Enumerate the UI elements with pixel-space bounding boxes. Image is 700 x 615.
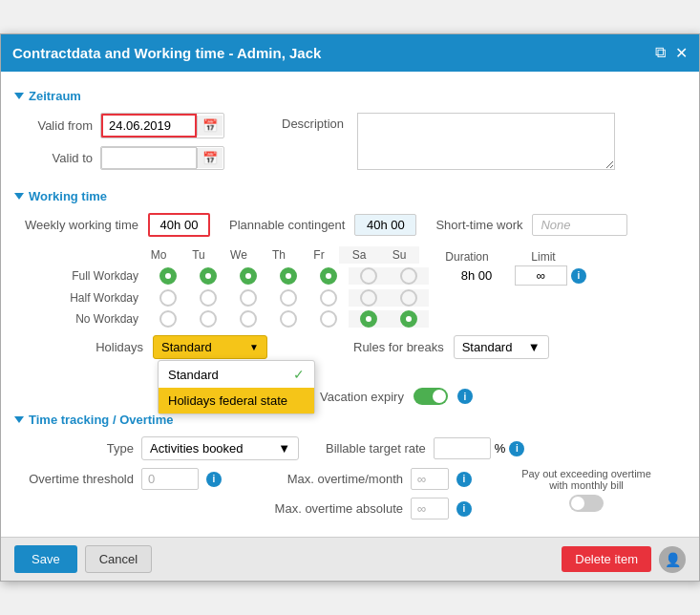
- radio-half-th[interactable]: [280, 289, 297, 307]
- none-fr[interactable]: [308, 310, 349, 328]
- save-button[interactable]: Save: [14, 545, 77, 573]
- radio-none-th[interactable]: [280, 310, 297, 328]
- day-tu: Tu: [179, 246, 219, 264]
- full-fr[interactable]: [308, 267, 349, 285]
- half-su[interactable]: [389, 289, 429, 307]
- payout-toggle-wrap: [569, 495, 604, 512]
- radio-none-we[interactable]: [240, 310, 257, 328]
- half-th[interactable]: [268, 289, 308, 307]
- valid-to-input[interactable]: [101, 147, 197, 169]
- vacation-toggle[interactable]: [414, 388, 448, 405]
- short-time-input[interactable]: [532, 214, 627, 236]
- holidays-dropdown[interactable]: Standard ▼: [153, 335, 267, 359]
- none-we[interactable]: [228, 310, 268, 328]
- none-mo[interactable]: [148, 310, 188, 328]
- overtime-threshold-input[interactable]: [141, 468, 199, 490]
- valid-to-input-wrap[interactable]: 📅: [100, 146, 224, 170]
- full-sa[interactable]: [349, 267, 389, 285]
- none-tu[interactable]: [188, 310, 228, 328]
- restore-button[interactable]: ⧉: [655, 44, 666, 62]
- half-mo[interactable]: [148, 289, 188, 307]
- limit-header: Limit: [505, 250, 582, 264]
- radio-half-tu[interactable]: [200, 289, 217, 307]
- radio-full-sa[interactable]: [360, 267, 377, 285]
- holidays-option-federal-label: Holidays federal state: [168, 393, 287, 408]
- delete-button[interactable]: Delete item: [562, 546, 651, 572]
- short-time-label: Short-time work: [435, 218, 522, 232]
- valid-from-input-wrap[interactable]: 📅: [100, 113, 224, 138]
- radio-full-fr[interactable]: [320, 267, 337, 285]
- holidays-option-standard[interactable]: Standard ✓: [159, 361, 314, 388]
- radio-half-mo[interactable]: [159, 289, 177, 307]
- time-tracking-collapse-icon[interactable]: [14, 416, 24, 423]
- cancel-button[interactable]: Cancel: [85, 545, 152, 573]
- max-month-input[interactable]: [411, 468, 449, 490]
- holidays-dropdown-menu: Standard ✓ Holidays federal state: [158, 360, 315, 414]
- holidays-option-federal[interactable]: Holidays federal state: [159, 388, 314, 414]
- time-tracking-label: Time tracking / Overtime: [29, 413, 174, 427]
- full-tu[interactable]: [188, 267, 228, 285]
- user-avatar[interactable]: 👤: [659, 546, 686, 573]
- zeitraum-label: Zeitraum: [29, 89, 81, 103]
- radio-full-su[interactable]: [400, 267, 417, 285]
- radio-half-sa[interactable]: [360, 289, 377, 307]
- limit-input[interactable]: [515, 265, 567, 286]
- full-workday-row: Full Workday 8h 00 i: [24, 265, 686, 286]
- valid-to-row: Valid to 📅: [24, 146, 224, 170]
- billable-wrap: % i: [434, 437, 525, 459]
- radio-half-su[interactable]: [400, 289, 417, 307]
- full-su[interactable]: [389, 267, 429, 285]
- zeitraum-section-header: Zeitraum: [14, 89, 686, 103]
- radio-none-su[interactable]: [400, 310, 417, 328]
- payout-toggle[interactable]: [569, 495, 604, 512]
- day-we: We: [219, 246, 259, 264]
- max-absolute-info-icon[interactable]: i: [456, 501, 472, 517]
- none-th[interactable]: [268, 310, 308, 328]
- limit-info-icon[interactable]: i: [571, 268, 586, 284]
- radio-full-tu[interactable]: [200, 267, 217, 285]
- type-row: Type Activities booked ▼ Billable target…: [24, 436, 686, 460]
- max-absolute-input[interactable]: [411, 498, 449, 520]
- description-input[interactable]: [357, 113, 615, 170]
- type-dropdown[interactable]: Activities booked ▼: [141, 436, 299, 460]
- radio-none-mo[interactable]: [159, 310, 177, 328]
- close-button[interactable]: ✕: [675, 44, 688, 62]
- half-fr[interactable]: [308, 289, 349, 307]
- radio-half-fr[interactable]: [320, 289, 337, 307]
- half-tu[interactable]: [188, 289, 228, 307]
- time-tracking-header: Time tracking / Overtime: [14, 413, 686, 427]
- none-su[interactable]: [389, 310, 429, 328]
- max-month-label: Max. overtime/month: [250, 472, 403, 486]
- valid-from-calendar-icon[interactable]: 📅: [197, 116, 223, 136]
- holidays-row: Holidays Standard ▼ Standard ✓ Holidays …: [33, 335, 686, 359]
- none-sa[interactable]: [349, 310, 389, 328]
- half-sa[interactable]: [349, 289, 389, 307]
- full-we[interactable]: [228, 267, 268, 285]
- half-we[interactable]: [228, 289, 268, 307]
- radio-full-mo[interactable]: [159, 267, 177, 285]
- billable-info-icon[interactable]: i: [509, 441, 524, 456]
- full-mo[interactable]: [148, 267, 188, 285]
- radio-none-sa[interactable]: [360, 310, 377, 328]
- full-th[interactable]: [268, 267, 308, 285]
- window-controls: ⧉ ✕: [655, 44, 688, 62]
- vacation-info-icon[interactable]: i: [457, 389, 473, 404]
- rules-breaks-dropdown[interactable]: Standard ▼: [454, 335, 549, 359]
- radio-none-fr[interactable]: [320, 310, 337, 328]
- plannable-value: 40h 00: [354, 214, 416, 236]
- zeitraum-collapse-icon[interactable]: [14, 93, 24, 99]
- description-area: Description: [282, 113, 615, 178]
- valid-from-input[interactable]: [101, 114, 197, 138]
- overtime-threshold-info-icon[interactable]: i: [206, 472, 222, 487]
- radio-full-th[interactable]: [280, 267, 297, 285]
- weekly-input[interactable]: [148, 213, 210, 237]
- radio-full-we[interactable]: [240, 267, 257, 285]
- billable-input[interactable]: [434, 437, 491, 459]
- valid-to-calendar-icon[interactable]: 📅: [197, 148, 223, 168]
- radio-half-we[interactable]: [240, 289, 257, 307]
- max-month-info-icon[interactable]: i: [456, 472, 472, 487]
- vacation-label: Vacation expiry: [320, 390, 404, 404]
- working-time-collapse-icon[interactable]: [14, 193, 24, 200]
- time-tracking-grid: Type Activities booked ▼ Billable target…: [24, 436, 686, 527]
- radio-none-tu[interactable]: [200, 310, 217, 328]
